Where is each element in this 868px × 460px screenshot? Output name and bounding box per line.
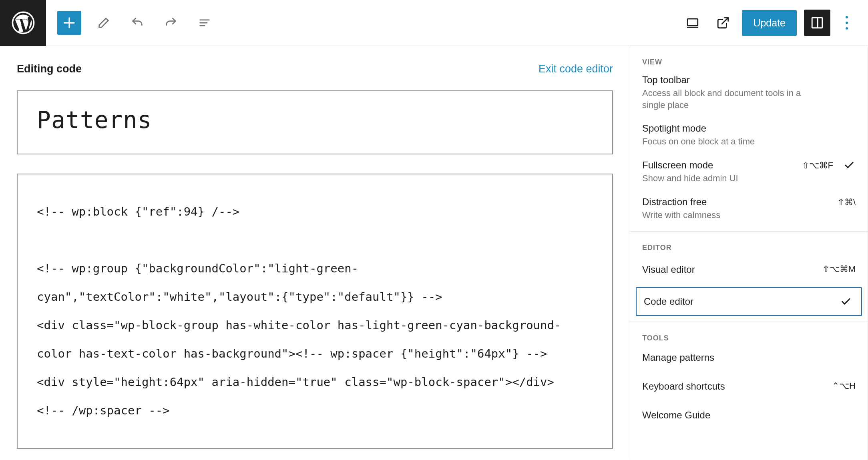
main-area: Editing code Exit code editor Patterns <…	[0, 46, 868, 460]
edit-tool-button[interactable]	[92, 12, 115, 34]
post-title-text: Patterns	[37, 106, 593, 134]
topbar-right-tools: Update	[681, 10, 868, 36]
option-title: Welcome Guide	[642, 410, 710, 420]
editing-code-label: Editing code	[17, 63, 82, 75]
view-page-button[interactable]	[711, 11, 735, 34]
topbar-left-tools	[46, 11, 216, 35]
editor-header-row: Editing code Exit code editor	[17, 63, 613, 75]
option-shortcut: ⌃⌥H	[832, 381, 856, 391]
option-code-editor[interactable]: Code editor	[636, 287, 862, 316]
option-title: Distraction free	[642, 196, 856, 208]
view-section-label: VIEW	[630, 46, 868, 67]
option-shortcut: ⇧⌥⌘M	[822, 264, 856, 274]
option-title: Top toolbar	[642, 74, 856, 86]
settings-panel-button[interactable]	[804, 10, 830, 36]
code-editor-content: <!-- wp:block {"ref":94} /--> <!-- wp:gr…	[37, 198, 593, 425]
exit-code-editor-link[interactable]: Exit code editor	[538, 63, 613, 75]
option-sub: Focus on one block at a time	[642, 136, 810, 148]
update-button[interactable]: Update	[742, 10, 797, 36]
svg-rect-6	[688, 19, 698, 26]
option-top-toolbar[interactable]: Top toolbar Access all block and documen…	[630, 67, 868, 116]
option-keyboard-shortcuts[interactable]: Keyboard shortcuts ⌃⌥H	[630, 372, 868, 401]
option-title: Spotlight mode	[642, 123, 856, 134]
code-editor-column: Editing code Exit code editor Patterns <…	[0, 46, 630, 460]
options-dropdown-panel: VIEW Top toolbar Access all block and do…	[630, 46, 868, 460]
option-title: Keyboard shortcuts	[642, 381, 725, 392]
post-title-box[interactable]: Patterns	[17, 90, 613, 154]
option-shortcut: ⇧⌥⌘F	[802, 160, 833, 171]
option-shortcut: ⇧⌘\	[837, 197, 856, 208]
editor-section-label: EDITOR	[630, 232, 868, 253]
option-fullscreen-mode[interactable]: Fullscreen mode Show and hide admin UI ⇧…	[630, 152, 868, 189]
topbar: Update	[0, 0, 868, 46]
add-block-button[interactable]	[57, 11, 81, 35]
device-preview-button[interactable]	[681, 11, 704, 34]
option-title: Manage patterns	[642, 352, 714, 363]
checkmark-icon	[840, 296, 852, 310]
tools-section-label: TOOLS	[630, 322, 868, 343]
checkmark-icon	[844, 160, 855, 172]
wordpress-logo[interactable]	[0, 0, 46, 46]
undo-button[interactable]	[126, 12, 149, 34]
redo-button[interactable]	[160, 12, 182, 34]
editor-mode-group: Visual editor ⇧⌥⌘M Code editor	[630, 253, 868, 316]
option-sub: Write with calmness	[642, 209, 810, 221]
option-sub: Show and hide admin UI	[642, 172, 810, 184]
option-manage-patterns[interactable]: Manage patterns	[630, 343, 868, 372]
option-distraction-free[interactable]: Distraction free Write with calmness ⇧⌘\	[630, 189, 868, 226]
option-spotlight-mode[interactable]: Spotlight mode Focus on one block at a t…	[630, 116, 868, 152]
options-menu-button[interactable]	[838, 11, 856, 34]
svg-line-8	[722, 18, 729, 24]
option-visual-editor[interactable]: Visual editor ⇧⌥⌘M	[630, 255, 868, 284]
more-icon	[846, 16, 848, 30]
option-welcome-guide[interactable]: Welcome Guide	[630, 401, 868, 430]
option-title: Code editor	[644, 296, 693, 307]
document-overview-button[interactable]	[193, 12, 216, 34]
option-title: Visual editor	[642, 264, 695, 275]
code-editor-box[interactable]: <!-- wp:block {"ref":94} /--> <!-- wp:gr…	[17, 174, 613, 449]
option-sub: Access all block and document tools in a…	[642, 87, 810, 111]
